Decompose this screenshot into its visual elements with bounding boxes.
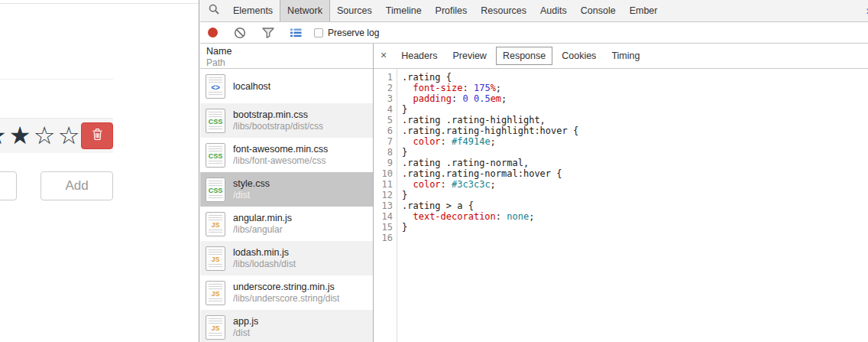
main-tab-console[interactable]: Console — [574, 0, 623, 22]
request-name: underscore.string.min.js — [233, 281, 339, 293]
main-tab-elements[interactable]: Elements — [226, 0, 280, 22]
js-file-icon: JS — [206, 212, 225, 236]
line-number: 10 — [374, 168, 393, 179]
close-icon[interactable]: × — [374, 49, 394, 63]
js-file-icon: JS — [206, 281, 225, 305]
code-line — [402, 233, 578, 243]
code-line: font-size: 175%; — [402, 83, 578, 93]
code-line: .rating.rating-highlight:hover { — [402, 125, 578, 136]
search-icon[interactable] — [209, 4, 219, 18]
star-rating-widget[interactable]: ★★☆☆ — [0, 119, 81, 153]
request-rows: <>localhostCSSbootstrap.min.css/libs/boo… — [200, 69, 373, 342]
code-line: .rating > a { — [402, 200, 578, 211]
code-line: } — [402, 222, 578, 233]
line-number: 6 — [374, 125, 393, 136]
js-file-icon: JS — [206, 315, 225, 340]
request-row-underscore.string.min.js[interactable]: JSunderscore.string.min.js/libs/undersco… — [200, 275, 373, 310]
request-row-localhost[interactable]: <>localhost — [200, 69, 373, 103]
request-path: /dist — [233, 327, 258, 339]
line-number: 4 — [374, 104, 393, 115]
detail-tab-timing[interactable]: Timing — [605, 47, 646, 64]
line-number: 1 — [374, 72, 393, 83]
screenshot-root: ★★☆☆ Add — [0, 0, 868, 342]
main-tab-ember[interactable]: Ember — [623, 0, 665, 22]
star-icon-filled-clipped[interactable]: ★ — [0, 119, 8, 152]
request-path: /libs/font-awesome/css — [233, 155, 328, 167]
request-name: angular.min.js — [233, 212, 292, 224]
line-number: 14 — [374, 211, 393, 222]
line-number: 15 — [374, 222, 393, 233]
code-line: color: #f4914e; — [402, 136, 578, 147]
line-number: 11 — [374, 179, 393, 190]
request-path: /libs/lodash/dist — [233, 259, 296, 270]
line-number: 2 — [374, 83, 393, 93]
request-name: localhost — [233, 80, 270, 93]
request-name: lodash.min.js — [233, 246, 296, 259]
css-file-icon: CSS — [206, 109, 225, 133]
main-tab-timeline[interactable]: Timeline — [379, 0, 429, 22]
code-line: .rating { — [402, 72, 578, 83]
detail-tab-cookies[interactable]: Cookies — [555, 47, 602, 64]
preserve-log-checkbox[interactable] — [314, 28, 323, 37]
star-icon-empty[interactable]: ☆ — [57, 119, 81, 152]
resource-type-filter-button[interactable] — [290, 28, 302, 37]
detail-tab-response[interactable]: Response — [496, 47, 552, 65]
line-number: 12 — [374, 190, 393, 200]
column-header-path: Path — [206, 57, 373, 68]
main-tab-profiles[interactable]: Profiles — [429, 0, 474, 22]
code-line: } — [402, 190, 578, 200]
page-top-divider — [0, 3, 199, 4]
clear-button[interactable] — [234, 27, 246, 39]
devtools-main-tab-bar: ElementsNetworkSourcesTimelineProfilesRe… — [200, 0, 868, 22]
code-line: } — [402, 147, 578, 158]
star-icon-empty[interactable]: ☆ — [32, 119, 57, 152]
main-tab-audits[interactable]: Audits — [533, 0, 574, 22]
star-icon-filled[interactable]: ★ — [8, 119, 32, 152]
record-button[interactable] — [208, 28, 218, 37]
request-row-app.js[interactable]: JSapp.js/dist — [200, 310, 373, 342]
response-code-viewer[interactable]: 12345678910111213141516 .rating { font-s… — [374, 69, 868, 342]
request-path: /libs/bootstrap/dist/css — [233, 121, 323, 132]
request-row-bootstrap.min.css[interactable]: CSSbootstrap.min.css/libs/bootstrap/dist… — [200, 103, 373, 138]
filter-button[interactable] — [262, 28, 274, 38]
network-toolbar: Preserve log — [200, 22, 868, 44]
request-name: app.js — [233, 315, 258, 327]
request-list-column: Name Path <>localhostCSSbootstrap.min.cs… — [200, 44, 374, 342]
main-tab-bar-tabs: ElementsNetworkSourcesTimelineProfilesRe… — [226, 0, 664, 22]
detail-tab-preview[interactable]: Preview — [446, 47, 492, 64]
line-number: 8 — [374, 147, 393, 158]
add-button[interactable]: Add — [40, 171, 113, 200]
js-file-icon: JS — [206, 246, 225, 271]
page-row-divider — [0, 79, 113, 80]
devtools-panel: ElementsNetworkSourcesTimelineProfilesRe… — [199, 0, 868, 342]
css-file-icon: CSS — [206, 178, 225, 202]
request-row-font-awesome.min.css[interactable]: CSSfont-awesome.min.css/libs/font-awesom… — [200, 138, 373, 172]
detail-tab-headers[interactable]: Headers — [395, 47, 443, 64]
request-list-header[interactable]: Name Path — [200, 44, 373, 69]
line-number-gutter: 12345678910111213141516 — [374, 69, 397, 342]
trash-icon — [92, 129, 102, 143]
line-number: 5 — [374, 115, 393, 125]
main-tab-resources[interactable]: Resources — [474, 0, 533, 22]
request-path: /libs/underscore.string/dist — [233, 293, 339, 305]
line-number: 13 — [374, 200, 393, 211]
text-input-partial[interactable] — [0, 171, 17, 200]
delete-button[interactable] — [81, 122, 113, 149]
main-tab-sources[interactable]: Sources — [330, 0, 379, 22]
request-row-angular.min.js[interactable]: JSangular.min.js/libs/angular — [200, 207, 373, 241]
line-number: 7 — [374, 136, 393, 147]
code-line: color: #3c3c3c; — [402, 179, 578, 190]
code-line: text-decoration: none; — [402, 211, 578, 222]
response-source-code: .rating { font-size: 175%; padding: 0 0.… — [397, 69, 578, 342]
line-number: 16 — [374, 233, 393, 243]
request-name: bootstrap.min.css — [233, 109, 323, 121]
line-number: 3 — [374, 93, 393, 104]
html-file-icon: <> — [206, 74, 225, 99]
request-row-style.css[interactable]: CSSstyle.css/dist — [200, 172, 373, 207]
block-icon — [234, 27, 246, 39]
main-tab-network[interactable]: Network — [280, 0, 330, 22]
code-line: .rating.rating-normal:hover { — [402, 168, 578, 179]
request-row-lodash.min.js[interactable]: JSlodash.min.js/libs/lodash/dist — [200, 241, 373, 275]
detail-tab-bar: × HeadersPreviewResponseCookiesTiming — [374, 44, 868, 69]
code-line: padding: 0 0.5em; — [402, 93, 578, 104]
